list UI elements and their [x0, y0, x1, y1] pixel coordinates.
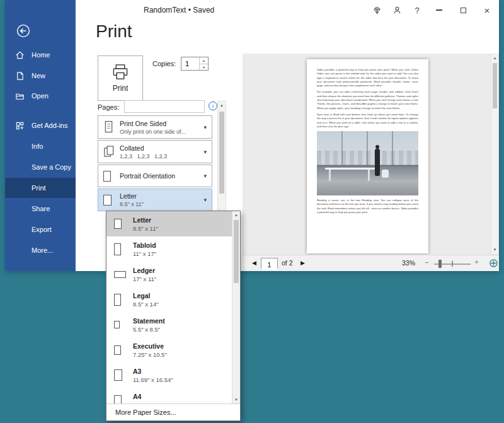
- chevron-down-icon: ▾: [203, 197, 207, 203]
- paper-dimensions: 7.25" x 10.5": [133, 351, 167, 358]
- spin-up-icon[interactable]: ▴: [200, 57, 208, 64]
- paper-name: Letter: [133, 216, 158, 224]
- pages-input[interactable]: [124, 100, 205, 113]
- sidebar-item-label: Get Add-ins: [32, 122, 67, 129]
- scrollbar-thumb[interactable]: [219, 112, 224, 194]
- page-title: Print: [96, 21, 132, 42]
- setting-line1: Letter: [120, 192, 144, 200]
- open-folder-icon: [15, 91, 26, 101]
- sidebar-item-info[interactable]: Info: [5, 136, 76, 156]
- paper-size-option-a4[interactable]: A4 8.27" x 11.69": [106, 388, 232, 404]
- scroll-up-icon[interactable]: ▲: [491, 54, 498, 62]
- scrollbar-thumb[interactable]: [234, 220, 239, 283]
- close-button[interactable]: ×: [475, 0, 499, 20]
- page-size-icon: [114, 219, 133, 229]
- close-icon: ×: [484, 5, 490, 16]
- pages-label: Pages:: [98, 103, 119, 111]
- paper-size-option-statement[interactable]: Statement 5.5" x 8.5": [106, 312, 232, 337]
- copies-stepper[interactable]: ▴ ▾: [181, 57, 209, 71]
- sidebar-item-print[interactable]: Print: [5, 178, 76, 198]
- sidebar-item-get-add-ins[interactable]: Get Add-ins: [5, 115, 76, 136]
- setting-sides-button[interactable]: Print One Sided Only print on one side o…: [98, 115, 212, 139]
- paper-size-option-ledger[interactable]: Ledger 17" x 11": [106, 262, 232, 287]
- chevron-down-icon: ▾: [203, 173, 207, 179]
- paper-name: A3: [133, 368, 173, 375]
- paper-size-list: Letter 8.5" x 11" Tabloid 11" x 17" Ledg…: [106, 211, 232, 404]
- person-silhouette: [375, 149, 380, 176]
- preview-paragraph: Video provides a powerful way to help yo…: [317, 68, 418, 88]
- sidebar-item-new[interactable]: New: [5, 66, 76, 86]
- dropdown-scrollbar[interactable]: ▲ ▼: [232, 211, 240, 404]
- add-ins-icon: [15, 121, 26, 130]
- scrollbar-thumb[interactable]: [493, 63, 497, 108]
- titlebar[interactable]: RandomText • Saved ?: [76, 0, 499, 20]
- paper-size-option-letter[interactable]: Letter 8.5" x 11": [106, 211, 232, 236]
- back-button[interactable]: [16, 24, 30, 38]
- minimize-icon: [436, 9, 442, 11]
- more-paper-sizes-button[interactable]: More Paper Sizes...: [106, 403, 240, 420]
- setting-paper-size-button[interactable]: Letter 8.5" x 11" ▾: [98, 188, 212, 211]
- zoom-percent-label: 33%: [402, 259, 415, 267]
- paper-name: Statement: [133, 317, 165, 325]
- paper-dimensions: 8.5" x 11": [133, 225, 158, 232]
- setting-line2: 1,2,3 1,2,3 1,2,3: [120, 153, 167, 159]
- zoom-out-button[interactable]: −: [425, 258, 428, 266]
- setting-line2: 8.5" x 11": [120, 201, 144, 207]
- zoom-slider-thumb[interactable]: [438, 260, 442, 268]
- zoom-in-button[interactable]: +: [474, 258, 479, 267]
- page-size-icon: [114, 369, 133, 381]
- printer-icon: [111, 64, 130, 81]
- page-count-label: of 2: [282, 259, 293, 267]
- sidebar-item-export[interactable]: Export: [5, 219, 76, 240]
- next-page-button[interactable]: ▶: [301, 260, 305, 266]
- page-size-icon: [114, 321, 133, 328]
- page-size-icon: [114, 271, 133, 278]
- previous-page-button[interactable]: ◀: [252, 260, 256, 266]
- paper-size-option-tabloid[interactable]: Tabloid 11" x 17": [106, 236, 232, 262]
- desktop-background: RandomText • Saved ?: [0, 0, 504, 423]
- contact-icon-button[interactable]: [387, 0, 407, 20]
- setting-orientation-button[interactable]: Portrait Orientation ▾: [98, 165, 212, 187]
- zoom-to-page-button[interactable]: [489, 258, 498, 268]
- collated-icon: [103, 145, 120, 158]
- sidebar-item-share[interactable]: Share: [5, 199, 76, 219]
- document-title: RandomText • Saved: [144, 0, 214, 20]
- paper-size-option-executive[interactable]: Executive 7.25" x 10.5": [106, 337, 232, 362]
- gem-icon: [372, 6, 382, 15]
- minimize-button[interactable]: [427, 0, 451, 20]
- print-button[interactable]: Print: [98, 55, 143, 101]
- print-button-label: Print: [113, 84, 129, 93]
- preview-scrollbar[interactable]: ▲ ▼: [491, 54, 499, 255]
- window-mullion: [367, 131, 368, 166]
- preview-paragraph: Save time in Word with new buttons that …: [317, 113, 418, 129]
- copies-input[interactable]: [181, 57, 199, 70]
- preview-paragraph: Reading is easier, too, in the new Readi…: [317, 199, 418, 214]
- window-mullion: [392, 131, 393, 166]
- scroll-up-icon[interactable]: ▲: [218, 101, 226, 110]
- new-document-icon: [15, 71, 26, 81]
- scroll-down-icon[interactable]: ▼: [491, 246, 498, 254]
- sidebar-item-save-a-copy[interactable]: Save a Copy: [5, 157, 76, 177]
- copies-spin-buttons: ▴ ▾: [199, 57, 208, 70]
- paper-name: Legal: [133, 292, 159, 299]
- sidebar-item-more[interactable]: More...: [5, 240, 76, 260]
- setting-line1: Collated: [120, 144, 167, 152]
- setting-line1: Portrait Orientation: [120, 172, 175, 180]
- setting-collation-button[interactable]: Collated 1,2,3 1,2,3 1,2,3 ▾: [98, 140, 212, 163]
- backstage-sidebar: Home New Open Get Add-ins Info Save a Co…: [5, 0, 76, 271]
- sidebar-item-label: Print: [32, 184, 46, 192]
- current-page-box[interactable]: [261, 258, 278, 269]
- sidebar-item-label: Info: [32, 142, 43, 150]
- sidebar-item-open[interactable]: Open: [5, 86, 76, 106]
- spin-down-icon[interactable]: ▾: [200, 64, 208, 71]
- info-icon[interactable]: i: [209, 101, 217, 110]
- current-page-input[interactable]: [261, 260, 277, 270]
- gem-icon-button[interactable]: [367, 0, 387, 20]
- paper-size-option-legal[interactable]: Legal 8.5" x 14": [106, 287, 232, 312]
- help-button[interactable]: ?: [407, 0, 427, 20]
- sidebar-item-home[interactable]: Home: [5, 45, 76, 65]
- paper-size-option-a3[interactable]: A3 11.69" x 16.54": [106, 362, 232, 388]
- office-chair: [382, 170, 389, 178]
- scroll-up-icon[interactable]: ▲: [232, 211, 240, 219]
- maximize-button[interactable]: [451, 0, 475, 20]
